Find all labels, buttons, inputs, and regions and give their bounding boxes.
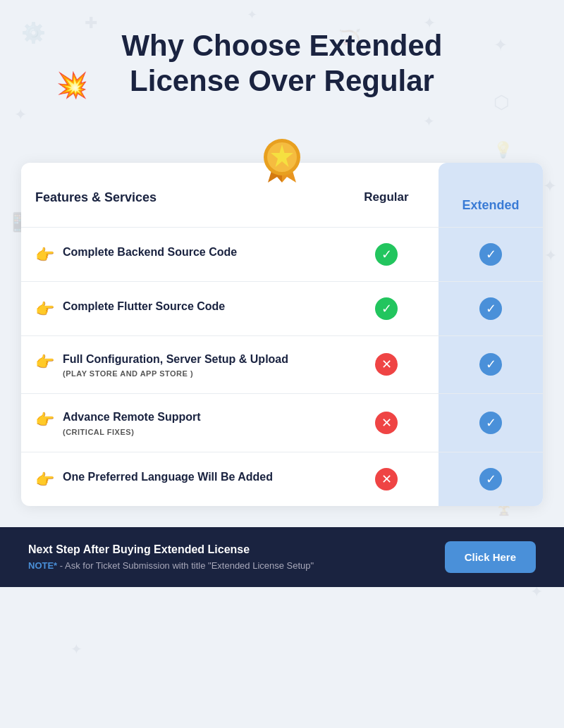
footer-bar: Next Step After Buying Extended License … xyxy=(0,527,564,587)
cross-red-icon: ✕ xyxy=(375,353,398,376)
regular-cell-3: ✕ xyxy=(334,393,439,451)
finger-icon-0: 👉 xyxy=(35,246,54,264)
extended-cell-4: ✓ xyxy=(439,452,543,506)
finger-icon-4: 👉 xyxy=(35,471,54,489)
regular-cell-1: ✓ xyxy=(334,281,439,335)
footer-note: NOTE* - Ask for Ticket Submission with t… xyxy=(28,560,431,571)
extended-cell-3: ✓ xyxy=(439,393,543,451)
main-container: ⚙️ ✚ ✦ ✦ 🏹 ✦ ✦ ⬡ ✦ ✦ 💡 ✦ ⚙️ ✦ 🏆 ✦ 📱 ✦ 💥 … xyxy=(0,0,564,728)
comparison-table: Features & Services Regular xyxy=(21,163,543,506)
check-blue-icon: ✓ xyxy=(479,412,502,434)
check-green-icon: ✓ xyxy=(375,243,398,266)
finger-icon-2: 👉 xyxy=(35,353,54,371)
extended-cell-2: ✓ xyxy=(439,335,543,393)
feature-cell-1: 👉Complete Flutter Source Code xyxy=(21,281,334,335)
spark-emoji: 💥 xyxy=(56,70,88,100)
table-row: 👉Full Configuration, Server Setup & Uplo… xyxy=(21,335,543,393)
check-blue-icon: ✓ xyxy=(479,297,502,320)
table-row: 👉Complete Flutter Source Code✓✓ xyxy=(21,281,543,335)
extended-cell-1: ✓ xyxy=(439,281,543,335)
feature-subtitle-2: (PLAY STORE AND APP STORE ) xyxy=(63,369,288,378)
table-row: 👉Complete Backend Source Code✓✓ xyxy=(21,227,543,281)
extended-badge xyxy=(257,135,307,184)
feature-title-3: Advance Remote Support xyxy=(63,409,201,425)
feature-title-0: Complete Backend Source Code xyxy=(63,245,237,260)
feature-cell-3: 👉Advance Remote Support(CRITICAL FIXES) xyxy=(21,393,334,451)
footer-note-text: - Ask for Ticket Submission with title "… xyxy=(60,560,314,571)
extended-header: Extended xyxy=(439,163,543,227)
feature-cell-0: 👉Complete Backend Source Code xyxy=(21,227,334,281)
feature-cell-2: 👉Full Configuration, Server Setup & Uplo… xyxy=(21,335,334,393)
feature-title-4: One Preferred Language Will Be Added xyxy=(63,469,273,485)
footer-title: Next Step After Buying Extended License xyxy=(28,543,431,556)
check-green-icon: ✓ xyxy=(375,297,398,320)
table-container: Features & Services Regular xyxy=(21,163,543,506)
regular-cell-4: ✕ xyxy=(334,452,439,506)
footer-note-label: NOTE* xyxy=(28,560,57,571)
feature-title-1: Complete Flutter Source Code xyxy=(63,299,225,314)
extended-cell-0: ✓ xyxy=(439,227,543,281)
check-blue-icon: ✓ xyxy=(479,468,502,491)
feature-subtitle-3: (CRITICAL FIXES) xyxy=(63,428,201,436)
cross-red-icon: ✕ xyxy=(375,468,398,491)
table-row: 👉One Preferred Language Will Be Added✕✓ xyxy=(21,452,543,506)
footer-text-block: Next Step After Buying Extended License … xyxy=(28,543,431,571)
regular-cell-2: ✕ xyxy=(334,335,439,393)
finger-icon-3: 👉 xyxy=(35,411,54,429)
finger-icon-1: 👉 xyxy=(35,300,54,319)
page-title: Why Choose Extended License Over Regular xyxy=(42,28,522,99)
regular-header: Regular xyxy=(334,163,439,227)
click-here-button[interactable]: Click Here xyxy=(445,541,536,573)
check-blue-icon: ✓ xyxy=(479,243,502,266)
feature-title-2: Full Configuration, Server Setup & Uploa… xyxy=(63,352,288,367)
check-blue-icon: ✓ xyxy=(479,353,502,376)
header-section: 💥 Why Choose Extended License Over Regul… xyxy=(0,0,564,121)
cross-red-icon: ✕ xyxy=(375,412,398,434)
regular-cell-0: ✓ xyxy=(334,227,439,281)
table-row: 👉Advance Remote Support(CRITICAL FIXES)✕… xyxy=(21,393,543,451)
feature-cell-4: 👉One Preferred Language Will Be Added xyxy=(21,452,334,506)
